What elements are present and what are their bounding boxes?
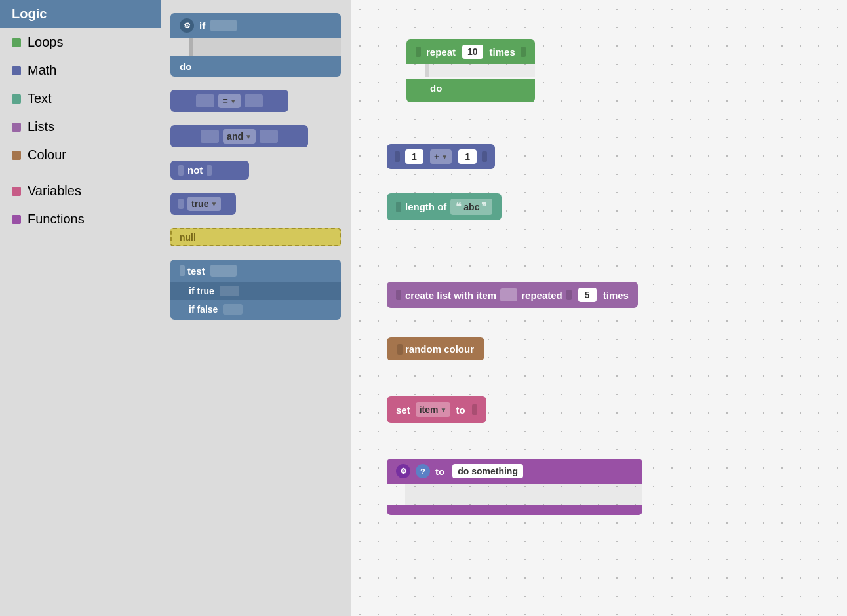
- list-notch-mid: [566, 290, 572, 300]
- sidebar-label-math: Math: [28, 63, 56, 78]
- math-notch-left: [395, 151, 400, 162]
- repeat-do-label: do: [430, 83, 442, 94]
- functions-color-dot: [12, 215, 21, 224]
- math-dropdown-arrow: ▼: [441, 153, 448, 161]
- if-slot: [210, 20, 237, 31]
- var-slot: [472, 404, 477, 415]
- equals-block[interactable]: = ▼: [170, 90, 341, 112]
- not-block[interactable]: not: [170, 161, 341, 180]
- ternary-iffalse: if false: [189, 304, 218, 315]
- ternary-test-slot: [210, 265, 237, 277]
- math-block[interactable]: 1 + ▼ 1: [387, 144, 495, 169]
- colour-notch: [397, 344, 403, 355]
- list-notch-left: [396, 290, 401, 300]
- sidebar-divider: [0, 169, 161, 177]
- not-label: not: [187, 164, 203, 176]
- variable-block[interactable]: set item ▼ to: [387, 396, 486, 423]
- sidebar-item-math[interactable]: Math: [0, 56, 161, 85]
- math-notch-right: [482, 151, 487, 162]
- text-color-dot: [12, 94, 21, 104]
- ternary-true-slot: [220, 286, 239, 296]
- func-to-label: to: [435, 466, 444, 477]
- if-block[interactable]: ⚙ if do: [170, 13, 341, 77]
- sidebar-label-variables: Variables: [28, 183, 81, 199]
- and-slot-right: [260, 130, 278, 143]
- sidebar-label-colour: Colour: [28, 147, 66, 163]
- true-dropdown[interactable]: true ▼: [187, 197, 221, 211]
- repeat-notch-right: [521, 47, 526, 57]
- list-value[interactable]: 5: [578, 288, 597, 302]
- list-block[interactable]: create list with item repeated 5 times: [387, 282, 638, 308]
- sidebar-item-logic[interactable]: Logic: [0, 0, 161, 28]
- sidebar-item-functions[interactable]: Functions: [0, 205, 161, 233]
- func-name[interactable]: do something: [452, 464, 523, 478]
- to-label: to: [456, 404, 465, 415]
- sidebar-item-colour[interactable]: Colour: [0, 141, 161, 169]
- repeat-block[interactable]: repeat 10 times do: [406, 39, 535, 102]
- true-notch: [178, 199, 184, 209]
- var-dropdown-arrow: ▼: [440, 406, 446, 414]
- sidebar-item-lists[interactable]: Lists: [0, 113, 161, 141]
- lists-color-dot: [12, 123, 21, 132]
- list-repeated-label: repeated: [521, 290, 562, 301]
- and-slot-left: [201, 130, 219, 143]
- ternary-notch: [180, 265, 185, 276]
- and-block[interactable]: and ▼: [170, 125, 341, 147]
- sidebar-label-lists: Lists: [28, 119, 54, 134]
- sidebar-label-functions: Functions: [28, 212, 85, 227]
- sidebar-item-loops[interactable]: Loops: [0, 28, 161, 56]
- colour-block[interactable]: random colour: [387, 337, 484, 360]
- length-notch: [396, 202, 401, 212]
- math-val1[interactable]: 1: [405, 149, 424, 164]
- ternary-iftrue: if true: [189, 286, 214, 296]
- function-block[interactable]: ⚙ ? to do something: [387, 459, 642, 515]
- open-quote-icon: ❝: [456, 201, 462, 213]
- null-block[interactable]: null: [170, 228, 341, 246]
- variables-color-dot: [12, 187, 21, 196]
- dropdown-arrow-icon: ▼: [230, 98, 237, 105]
- equals-slot-left: [196, 94, 214, 107]
- loops-color-dot: [12, 38, 21, 47]
- list-label: create list with item: [405, 290, 496, 301]
- equals-slot-right: [245, 94, 263, 107]
- sidebar-item-variables[interactable]: Variables: [0, 177, 161, 205]
- colour-label: random colour: [405, 343, 474, 355]
- func-gear-icon: ⚙: [396, 464, 410, 478]
- colour-color-dot: [12, 151, 21, 160]
- and-dropdown[interactable]: and ▼: [223, 129, 256, 144]
- workspace: repeat 10 times do 1 + ▼ 1 len: [351, 0, 847, 616]
- do-label: do: [180, 61, 191, 72]
- repeat-value[interactable]: 10: [462, 45, 483, 59]
- length-value-container[interactable]: ❝ abc ❞: [450, 199, 492, 215]
- math-op-dropdown[interactable]: + ▼: [430, 149, 452, 164]
- true-dropdown-arrow: ▼: [210, 201, 217, 208]
- equals-dropdown[interactable]: = ▼: [218, 94, 240, 108]
- length-label: length of: [405, 201, 446, 212]
- ternary-block[interactable]: test if true if false: [170, 260, 341, 320]
- repeat-label: repeat: [426, 47, 456, 58]
- math-val2[interactable]: 1: [458, 149, 477, 164]
- sidebar-item-text[interactable]: Text: [0, 85, 161, 113]
- ternary-test: test: [187, 265, 205, 277]
- not-notch-right: [207, 165, 212, 176]
- length-value: abc: [463, 202, 479, 212]
- list-item-slot: [500, 288, 517, 301]
- sidebar-label-logic: Logic: [12, 7, 47, 22]
- math-color-dot: [12, 66, 21, 75]
- var-name-dropdown[interactable]: item ▼: [416, 402, 451, 417]
- null-label: null: [180, 232, 196, 242]
- sidebar-label-text: Text: [28, 91, 52, 106]
- true-block[interactable]: true ▼: [170, 193, 341, 215]
- sidebar: Logic Loops Math Text Lists Colour Varia…: [0, 0, 161, 616]
- length-block[interactable]: length of ❝ abc ❞: [387, 193, 502, 220]
- set-label: set: [396, 404, 410, 415]
- sidebar-label-loops: Loops: [28, 35, 64, 50]
- if-label: if: [199, 20, 205, 31]
- ternary-false-slot: [223, 304, 243, 315]
- dropdown-arrow-icon2: ▼: [245, 133, 252, 140]
- repeat-notch-left: [416, 47, 421, 57]
- blocks-panel: ⚙ if do = ▼ and ▼: [161, 0, 351, 616]
- not-notch: [178, 165, 184, 176]
- repeat-times-label: times: [490, 47, 515, 58]
- func-question-icon: ?: [416, 464, 430, 478]
